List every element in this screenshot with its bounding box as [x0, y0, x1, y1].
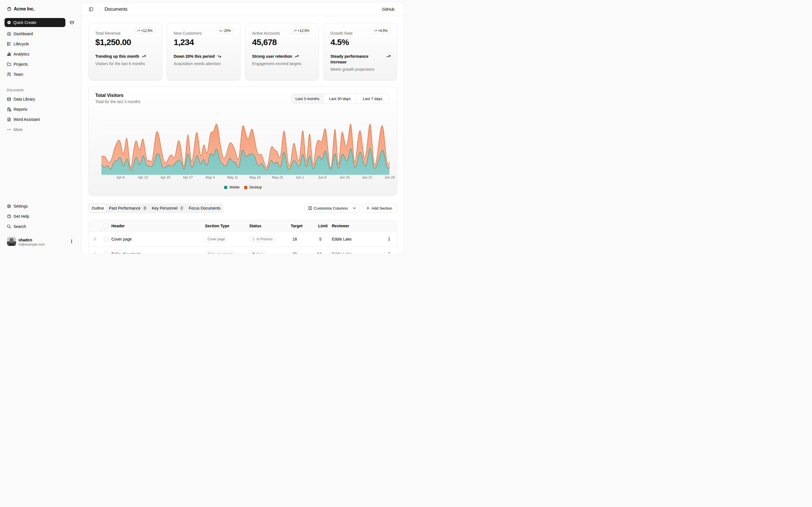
svg-text:Apr 27: Apr 27: [183, 175, 193, 179]
svg-text:Jun 8: Jun 8: [318, 175, 326, 179]
svg-text:May 4: May 4: [206, 175, 215, 179]
svg-text:Apr 13: Apr 13: [138, 175, 148, 179]
svg-text:Jun 29: Jun 29: [384, 175, 395, 179]
svg-text:May 11: May 11: [227, 175, 238, 179]
svg-text:Jun 1: Jun 1: [296, 175, 304, 179]
svg-text:Jun 15: Jun 15: [340, 175, 350, 179]
svg-text:Jun 22: Jun 22: [362, 175, 372, 179]
svg-text:May 18: May 18: [250, 175, 261, 179]
svg-text:Apr 6: Apr 6: [116, 175, 124, 179]
svg-text:May 25: May 25: [272, 175, 283, 179]
svg-text:Apr 20: Apr 20: [160, 175, 170, 179]
